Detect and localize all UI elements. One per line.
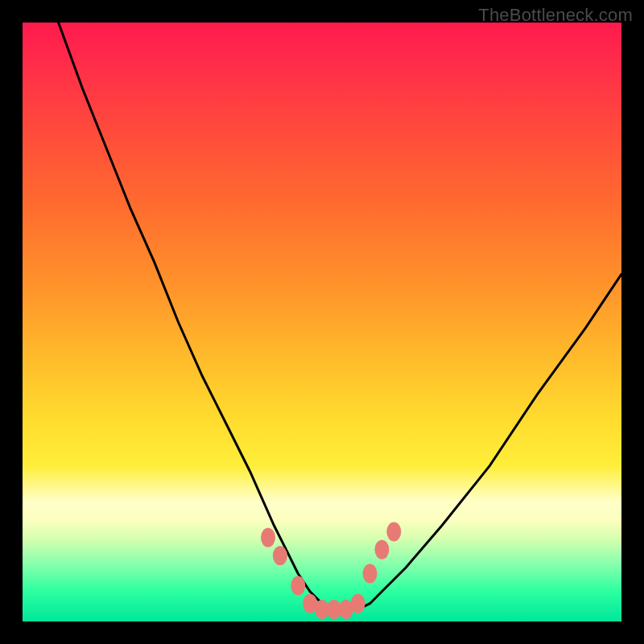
curve-marker [261, 528, 275, 547]
curve-svg [23, 23, 621, 621]
curve-marker [386, 522, 401, 541]
chart-frame: TheBottleneck.com [0, 0, 644, 644]
curve-marker [363, 564, 378, 584]
curve-marker [351, 594, 365, 613]
curve-marker [291, 576, 305, 595]
marker-group [261, 522, 401, 619]
curve-marker [273, 546, 287, 565]
bottleneck-curve [59, 23, 621, 609]
curve-marker [374, 540, 389, 559]
watermark-text: TheBottleneck.com [478, 5, 633, 26]
plot-area [23, 23, 621, 621]
